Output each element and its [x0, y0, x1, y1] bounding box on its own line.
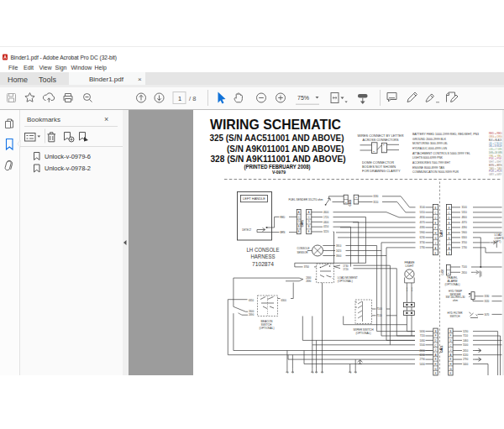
- svg-text:GRY = GRY: GRY = GRY: [489, 173, 502, 176]
- svg-text:(OPT): (OPT): [495, 240, 501, 243]
- svg-text:3910: 3910: [336, 244, 342, 248]
- svg-text:3320: 3320: [485, 300, 490, 303]
- svg-text:3180: 3180: [373, 195, 379, 198]
- svg-text:SW 160-REX+30: SW 160-REX+30: [446, 296, 466, 299]
- svg-text:A: A: [449, 247, 450, 250]
- svg-text:1720: 1720: [343, 268, 349, 271]
- svg-text:4370: 4370: [420, 221, 426, 224]
- svg-text:J: J: [435, 242, 437, 245]
- svg-text:E: E: [298, 230, 300, 233]
- svg-text:1730: 1730: [462, 246, 468, 249]
- svg-text:C103: C103: [349, 200, 352, 207]
- svg-text:4370: 4370: [462, 221, 468, 224]
- svg-text:D: D: [308, 220, 310, 223]
- svg-text:ENGINE 8000-8999 TAN: ENGINE 8000-8999 TAN: [412, 166, 445, 170]
- svg-text:K: K: [450, 372, 452, 375]
- svg-text:(OPTIONAL): (OPTIONAL): [338, 280, 353, 283]
- svg-text:HYDRAULIC 4000-4999 LGN: HYDRAULIC 4000-4999 LGN: [412, 147, 447, 150]
- svg-text:H: H: [449, 363, 451, 366]
- svg-text:J: J: [449, 242, 450, 245]
- svg-text:C408: C408: [441, 269, 444, 275]
- svg-text:6240: 6240: [420, 353, 426, 357]
- svg-text:6300: 6300: [281, 299, 287, 302]
- svg-text:4380: 4380: [420, 226, 426, 229]
- svg-text:B: B: [435, 330, 437, 333]
- svg-text:ACROSS CONNECTORS: ACROSS CONNECTORS: [363, 139, 400, 142]
- svg-text:3100: 3100: [420, 206, 426, 209]
- svg-text:DETECT: DETECT: [242, 228, 251, 232]
- svg-text:6300: 6300: [462, 236, 468, 239]
- svg-text:5500: 5500: [463, 343, 469, 347]
- svg-text:7110: 7110: [420, 334, 425, 337]
- svg-text:5400: 5400: [463, 363, 469, 366]
- svg-text:DOME CONNECTOR: DOME CONNECTOR: [362, 161, 395, 165]
- svg-text:A: A: [448, 267, 449, 269]
- svg-text:4800: 4800: [462, 216, 468, 219]
- svg-text:A: A: [435, 247, 437, 250]
- svg-text:6240: 6240: [406, 286, 407, 291]
- svg-text:A: A: [298, 211, 300, 214]
- svg-text:1460: 1460: [420, 339, 426, 343]
- svg-text:E: E: [435, 222, 437, 225]
- svg-text:7100: 7100: [462, 265, 468, 269]
- svg-text:HYD FILTER: HYD FILTER: [448, 311, 463, 315]
- svg-text:G: G: [434, 368, 436, 371]
- svg-text:D: D: [434, 217, 436, 220]
- svg-text:E: E: [308, 230, 310, 233]
- svg-text:B: B: [345, 201, 347, 203]
- svg-text:D: D: [298, 220, 300, 223]
- svg-text:F: F: [449, 227, 450, 230]
- svg-text:3220: 3220: [323, 230, 329, 233]
- svg-text:B: B: [373, 150, 375, 153]
- svg-text:C: C: [298, 216, 300, 219]
- svg-text:LOAD: LOAD: [495, 233, 502, 237]
- svg-text:2690: 2690: [249, 313, 255, 317]
- svg-text:2650: 2650: [420, 349, 426, 353]
- svg-text:1720: 1720: [323, 216, 329, 219]
- svg-text:HARNESS: HARNESS: [251, 254, 276, 259]
- svg-text:SENSOR: SENSOR: [297, 251, 308, 254]
- svg-text:(OPTIONAL): (OPTIONAL): [445, 283, 460, 286]
- svg-text:C: C: [308, 216, 310, 219]
- svg-text:B: B: [435, 207, 437, 210]
- svg-text:K: K: [435, 252, 437, 255]
- svg-text:K: K: [449, 252, 450, 255]
- svg-text:7100: 7100: [377, 307, 383, 311]
- svg-text:3100: 3100: [462, 206, 468, 209]
- svg-text:(OPTIONAL): (OPTIONAL): [356, 332, 371, 335]
- svg-text:C: C: [449, 344, 451, 348]
- svg-text:B: B: [450, 330, 452, 333]
- svg-text:4390: 4390: [462, 226, 468, 229]
- svg-text:3730: 3730: [420, 241, 426, 244]
- svg-text:SWITCH: SWITCH: [450, 315, 460, 318]
- svg-text:WIRING SCHEMATIC: WIRING SCHEMATIC: [210, 117, 341, 132]
- svg-text:K: K: [435, 372, 437, 375]
- svg-text:F: F: [435, 334, 437, 337]
- svg-text:B: B: [448, 272, 449, 274]
- svg-text:J: J: [435, 348, 437, 352]
- svg-text:328 (S/N A9K111001 AND ABOVE): 328 (S/N A9K111001 AND ABOVE): [211, 154, 346, 164]
- svg-text:SENDER: SENDER: [450, 293, 461, 296]
- svg-text:RED: RED: [280, 216, 285, 219]
- svg-text:B: B: [383, 144, 385, 146]
- svg-text:4600: 4600: [323, 211, 329, 214]
- svg-text:4150: 4150: [323, 225, 329, 228]
- svg-text:H: H: [434, 232, 436, 235]
- svg-text:3700: 3700: [304, 265, 310, 269]
- svg-text:CONSOLE: CONSOLE: [297, 247, 310, 250]
- svg-text:H: H: [449, 232, 450, 235]
- svg-text:5310: 5310: [462, 211, 468, 214]
- svg-text:LIGHTS: LIGHTS: [495, 237, 504, 240]
- svg-text:3330: 3330: [485, 295, 490, 298]
- svg-text:FOR DRAWING CLARITY: FOR DRAWING CLARITY: [362, 170, 401, 173]
- svg-text:B: B: [355, 196, 357, 198]
- svg-text:1620: 1620: [336, 249, 342, 253]
- svg-text:5960: 5960: [420, 231, 426, 234]
- svg-text:C: C: [449, 212, 450, 215]
- svg-text:E: E: [450, 358, 452, 361]
- svg-text:A: A: [450, 353, 452, 357]
- svg-text:F: F: [435, 227, 437, 230]
- svg-text:G: G: [449, 368, 451, 371]
- svg-text:WIRES CONNECT BY LETTER: WIRES CONNECT BY LETTER: [358, 134, 405, 138]
- svg-text:HYD TEMP: HYD TEMP: [449, 290, 462, 293]
